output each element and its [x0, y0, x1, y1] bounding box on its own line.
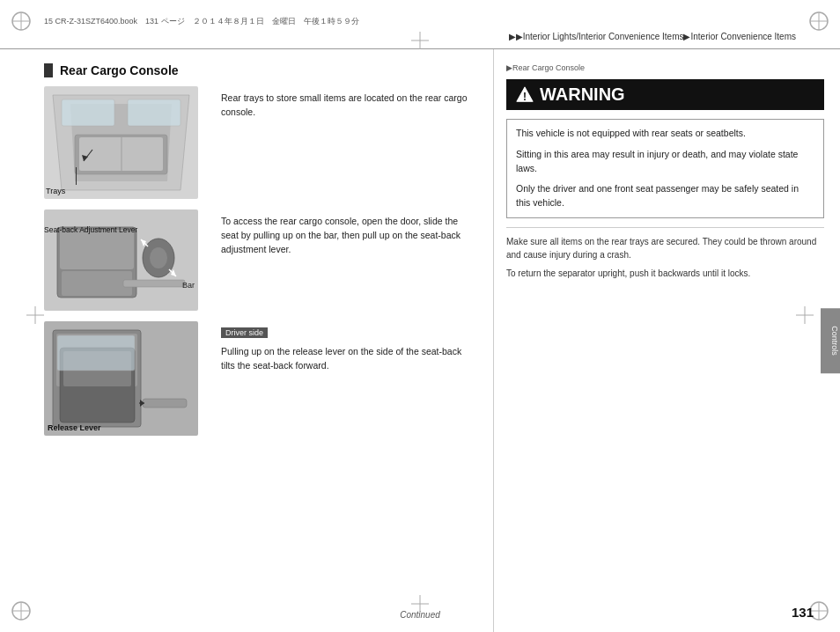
svg-point-27	[150, 247, 167, 268]
svg-rect-25	[62, 271, 132, 296]
note-1: Make sure all items on the rear trays ar…	[506, 235, 824, 261]
section-title: Rear Cargo Console	[60, 63, 179, 77]
warning-body: This vehicle is not equipped with rear s…	[506, 119, 824, 218]
page-number: 131	[792, 605, 814, 620]
label-bar: Bar	[182, 281, 195, 290]
svg-rect-24	[60, 230, 134, 269]
heading-bar	[44, 63, 53, 77]
warning-box: ! WARNING	[506, 79, 824, 110]
access-text: To access the rear cargo console, open t…	[221, 215, 475, 256]
driver-side-block: Driver side Pulling up on the release le…	[209, 321, 475, 437]
controls-tab: Controls	[821, 308, 840, 373]
label-trays: Trays	[46, 187, 65, 195]
access-text-block: To access the rear cargo console, open t…	[209, 209, 475, 312]
driver-side-text: Pulling up on the release lever on the s…	[221, 345, 475, 373]
notes-section: Make sure all items on the rear trays ar…	[506, 227, 824, 280]
cargo-image-bot	[44, 321, 198, 436]
svg-rect-21	[128, 99, 181, 126]
right-breadcrumb: ▶Rear Cargo Console	[506, 63, 824, 72]
warning-line-1: This vehicle is not equipped with rear s…	[516, 127, 814, 141]
top-crosshair	[411, 32, 429, 51]
left-crosshair	[26, 306, 44, 326]
bottom-crosshair	[411, 595, 429, 614]
warning-title: ! WARNING	[515, 85, 815, 105]
svg-rect-16	[79, 137, 163, 171]
right-crosshair	[796, 306, 814, 326]
svg-rect-20	[62, 99, 114, 126]
label-release: Release Lever	[48, 423, 101, 432]
book-reference: 15 CR-Z-31SZT6400.book 131 ページ ２０１４年８月１日…	[44, 16, 359, 27]
header-breadcrumb: ▶▶Interior Lights/Interior Convenience I…	[509, 32, 796, 41]
cargo-image-top	[44, 86, 198, 199]
main-content: Rear Cargo Console	[0, 49, 840, 632]
right-column: ▶Rear Cargo Console ! WARNING This vehic…	[493, 49, 840, 632]
note-2: To return the separator upright, push it…	[506, 267, 824, 280]
left-column: Rear Cargo Console	[0, 49, 493, 632]
intro-text-block: Rear trays to store small items are loca…	[209, 86, 475, 201]
warning-line-2: Sitting in this area may result in injur…	[516, 148, 814, 176]
svg-rect-38	[143, 399, 187, 408]
svg-text:!: !	[523, 90, 527, 102]
warning-triangle-icon: !	[515, 85, 534, 105]
svg-rect-32	[123, 280, 185, 287]
svg-rect-41	[57, 335, 135, 371]
intro-text: Rear trays to store small items are loca…	[221, 92, 475, 120]
label-seat-back: Seat-back Adjustment Lever	[44, 225, 137, 235]
section-heading: Rear Cargo Console	[44, 63, 475, 77]
warning-line-3: Only the driver and one front seat passe…	[516, 182, 814, 210]
driver-side-tag: Driver side	[221, 327, 268, 338]
